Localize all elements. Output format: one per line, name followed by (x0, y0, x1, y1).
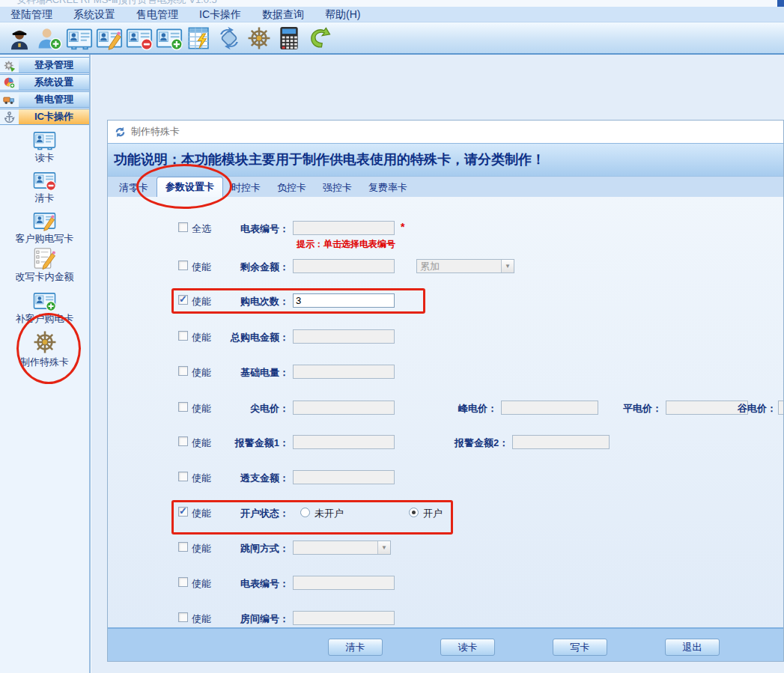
alarm-amount-2-input[interactable] (512, 435, 610, 449)
field-label: 报警金额2： (455, 436, 508, 450)
field-label: 购电次数： (202, 295, 289, 308)
enable-checkbox[interactable] (178, 612, 188, 622)
radio-opened[interactable] (409, 508, 419, 517)
chevron-down-icon[interactable]: ▼ (501, 260, 514, 272)
sidebar-group-label: IC卡操作 (19, 109, 89, 124)
peak-price-input[interactable] (501, 401, 598, 415)
add-user-icon[interactable] (34, 23, 64, 53)
card-edit-icon[interactable] (94, 23, 124, 53)
menu-login[interactable]: 登陆管理 (0, 7, 63, 22)
enable-checkbox[interactable] (178, 331, 188, 341)
toolbar (0, 22, 784, 55)
tab-clear-card[interactable]: 清零卡 (111, 178, 157, 197)
helm-icon (32, 329, 58, 355)
sidebar-group-ic-card[interactable]: IC卡操作 (0, 109, 89, 125)
meter-number-2-input[interactable] (293, 576, 395, 590)
enable-checkbox[interactable] (178, 577, 188, 587)
enable-checkbox[interactable] (178, 472, 188, 481)
sidebar-group-system[interactable]: 系统设置 (0, 74, 89, 91)
purchase-count-input[interactable] (293, 293, 395, 308)
sidebar-group-label: 售电管理 (19, 92, 89, 107)
field-label: 谷电价： (738, 402, 777, 415)
sidebar-item-label: 改写卡内金额 (0, 270, 89, 284)
enable-checkbox[interactable] (178, 436, 188, 446)
tab-force-control-card[interactable]: 强控卡 (314, 178, 360, 197)
radio-label: 开户 (423, 507, 443, 520)
room-number-input[interactable] (293, 611, 395, 625)
pie-chart-icon (0, 75, 19, 90)
sidebar-group-login[interactable]: 登录管理 (0, 57, 89, 73)
radio-not-opened[interactable] (300, 508, 310, 517)
sidebar-item-label: 客户购电写卡 (0, 232, 89, 246)
card-pencil-icon (32, 210, 57, 231)
sidebar-item-reissue-card[interactable]: 补客户购电卡 (0, 290, 89, 326)
valley-price-input[interactable] (778, 401, 784, 415)
read-card-button[interactable]: 读卡 (440, 639, 495, 656)
dialog-footer: 清卡 读卡 写卡 退出 (108, 627, 783, 662)
helm-icon[interactable] (244, 23, 274, 53)
sidebar-item-rewrite-amount[interactable]: 改写卡内金额 (0, 247, 89, 284)
meter-number-hint: 提示：单击选择电表编号 (297, 238, 395, 251)
field-label: 尖电价： (202, 402, 289, 415)
sidebar-item-clear-card[interactable]: 清卡 (0, 170, 89, 205)
tab-load-control-card[interactable]: 负控卡 (269, 178, 314, 197)
chevron-down-icon[interactable]: ▼ (377, 541, 390, 554)
checklist-pencil-icon (32, 247, 57, 269)
tab-time-control-card[interactable]: 时控卡 (223, 178, 269, 197)
anchor-icon (0, 109, 19, 124)
dropdown-value: 累加 (417, 260, 501, 272)
sidebar-group-vending[interactable]: 售电管理 (0, 91, 89, 108)
enable-checkbox[interactable] (178, 542, 188, 552)
menu-help[interactable]: 帮助(H) (314, 7, 371, 22)
card-clear-icon[interactable] (124, 23, 154, 53)
enable-checkbox[interactable] (178, 507, 188, 517)
sidebar-item-label: 读卡 (0, 151, 89, 165)
alarm-amount-1-input[interactable] (293, 435, 395, 449)
sync-icon[interactable] (214, 23, 244, 53)
meter-number-input[interactable] (293, 221, 395, 235)
meter-table-icon[interactable] (184, 23, 214, 53)
remaining-amount-input[interactable] (293, 259, 395, 273)
select-all-checkbox[interactable] (178, 222, 188, 232)
calculator-icon[interactable] (274, 23, 304, 53)
enable-checkbox[interactable] (178, 366, 188, 376)
enable-checkbox[interactable] (178, 402, 188, 412)
total-purchase-amount-input[interactable] (293, 329, 395, 344)
write-card-button[interactable]: 写卡 (553, 639, 607, 656)
sidebar-item-customer-write-card[interactable]: 客户购电写卡 (0, 210, 89, 246)
field-label: 平电价： (623, 402, 662, 415)
tab-bar: 清零卡 参数设置卡 时控卡 负控卡 强控卡 复费率卡 (108, 177, 783, 197)
required-marker: * (401, 221, 404, 233)
tab-parameter-card[interactable]: 参数设置卡 (157, 177, 223, 197)
field-label: 报警金额1： (202, 436, 289, 450)
truck-icon (0, 92, 19, 107)
trip-mode-dropdown[interactable]: ▼ (293, 540, 391, 555)
sharp-price-input[interactable] (293, 401, 395, 415)
field-label: 剩余金额： (202, 261, 289, 274)
accumulate-mode-dropdown[interactable]: 累加 ▼ (416, 259, 514, 273)
exit-arrow-icon[interactable] (304, 23, 334, 53)
officer-icon[interactable] (4, 23, 34, 53)
sidebar-item-make-special-card[interactable]: 制作特殊卡 (0, 329, 89, 369)
gear-arrow-icon (0, 58, 19, 73)
sidebar-item-read-card[interactable]: 读卡 (0, 130, 89, 165)
overdraft-amount-input[interactable] (293, 470, 395, 484)
card-icon (32, 130, 57, 150)
field-label: 开户状态： (202, 507, 289, 520)
make-special-card-dialog: 制作特殊卡 功能说明：本功能模块主要用于制作供电表使用的特殊卡，请分类制作！ 清… (107, 120, 784, 662)
menu-data-query[interactable]: 数据查询 (252, 7, 314, 22)
card-icon[interactable] (64, 23, 94, 53)
clear-card-button[interactable]: 清卡 (328, 639, 383, 656)
flat-price-input[interactable] (666, 401, 748, 415)
function-description: 功能说明：本功能模块主要用于制作供电表使用的特殊卡，请分类制作！ (108, 143, 783, 177)
menu-vending[interactable]: 售电管理 (126, 7, 189, 22)
menu-system[interactable]: 系统设置 (63, 7, 126, 22)
exit-button[interactable]: 退出 (665, 639, 720, 656)
base-energy-input[interactable] (293, 365, 395, 379)
tab-multi-rate-card[interactable]: 复费率卡 (360, 178, 416, 197)
enable-checkbox[interactable] (178, 295, 188, 305)
menu-ic-card[interactable]: IC卡操作 (189, 7, 252, 22)
card-add-icon[interactable] (154, 23, 184, 53)
sidebar: 登录管理 系统设置 售电管理 IC卡操作 读卡 清卡 客户购电写卡 改写卡内金额… (0, 55, 91, 673)
enable-checkbox[interactable] (178, 261, 188, 270)
